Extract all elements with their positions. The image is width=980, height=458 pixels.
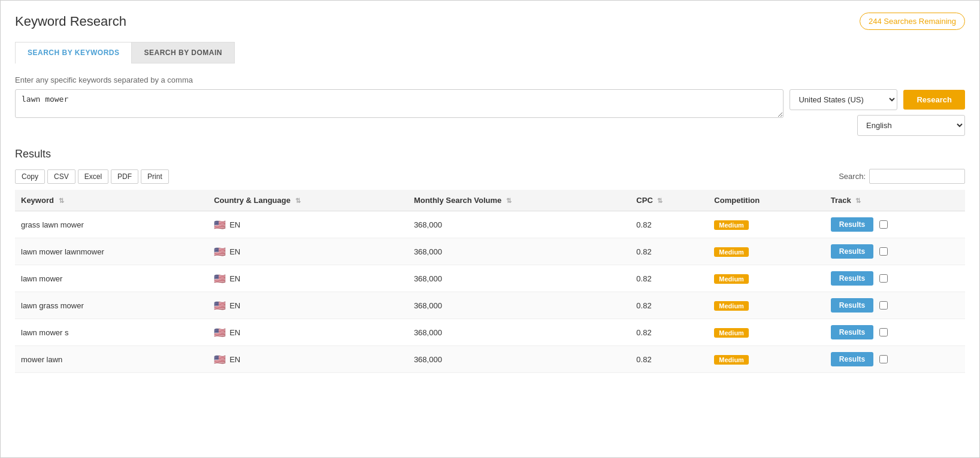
tabs-container: SEARCH BY KEYWORDS SEARCH BY DOMAIN — [15, 42, 965, 63]
flag-icon: 🇺🇸 — [214, 219, 226, 230]
table-row: lawn mower 🇺🇸 EN 368,000 0.82 Medium Res… — [15, 265, 965, 292]
sort-volume-icon[interactable]: ⇅ — [506, 197, 512, 205]
results-toolbar: Copy CSV Excel PDF Print Search: — [15, 169, 965, 184]
cell-cpc: 0.82 — [630, 211, 708, 238]
cell-competition: Medium — [708, 211, 824, 238]
sort-keyword-icon[interactable]: ⇅ — [59, 197, 64, 205]
page-wrapper: Keyword Research 244 Searches Remaining … — [0, 0, 980, 458]
cell-track: Results — [825, 319, 965, 346]
table-row: grass lawn mower 🇺🇸 EN 368,000 0.82 Medi… — [15, 211, 965, 238]
cell-volume: 368,000 — [408, 319, 630, 346]
table-search-area: Search: — [839, 169, 965, 184]
col-keyword: Keyword ⇅ — [15, 190, 208, 211]
cell-country-lang: 🇺🇸 EN — [208, 319, 408, 346]
cell-cpc: 0.82 — [630, 265, 708, 292]
competition-badge: Medium — [714, 220, 749, 230]
cell-track: Results — [825, 346, 965, 373]
toolbar-buttons: Copy CSV Excel PDF Print — [15, 169, 169, 184]
col-monthly-volume: Monthly Search Volume ⇅ — [408, 190, 630, 211]
results-button[interactable]: Results — [831, 244, 873, 259]
cell-keyword: lawn grass mower — [15, 292, 208, 319]
search-label: Search: — [839, 172, 866, 181]
keyword-textarea[interactable] — [15, 89, 784, 118]
copy-button[interactable]: Copy — [15, 169, 45, 184]
page-title: Keyword Research — [15, 14, 126, 29]
cell-volume: 368,000 — [408, 292, 630, 319]
sort-track-icon[interactable]: ⇅ — [855, 197, 861, 205]
cell-cpc: 0.82 — [630, 346, 708, 373]
track-checkbox[interactable] — [879, 355, 888, 363]
cell-volume: 368,000 — [408, 265, 630, 292]
flag-icon: 🇺🇸 — [214, 246, 226, 257]
csv-button[interactable]: CSV — [47, 169, 75, 184]
header: Keyword Research 244 Searches Remaining — [15, 13, 965, 30]
lang-code: EN — [229, 247, 240, 256]
col-country-language: Country & Language ⇅ — [208, 190, 408, 211]
results-title: Results — [15, 148, 965, 160]
cell-keyword: mower lawn — [15, 346, 208, 373]
table-row: lawn mower s 🇺🇸 EN 368,000 0.82 Medium R… — [15, 319, 965, 346]
research-button[interactable]: Research — [903, 90, 965, 110]
cell-keyword: grass lawn mower — [15, 211, 208, 238]
table-row: mower lawn 🇺🇸 EN 368,000 0.82 Medium Res… — [15, 346, 965, 373]
print-button[interactable]: Print — [141, 169, 169, 184]
results-button[interactable]: Results — [831, 352, 873, 366]
results-button[interactable]: Results — [831, 217, 873, 232]
lang-code: EN — [229, 220, 240, 229]
table-search-input[interactable] — [869, 169, 965, 184]
track-checkbox[interactable] — [879, 301, 888, 310]
lang-code: EN — [229, 301, 240, 310]
competition-badge: Medium — [714, 328, 749, 338]
tab-search-by-keywords[interactable]: SEARCH BY KEYWORDS — [15, 42, 131, 63]
cell-competition: Medium — [708, 346, 824, 373]
results-button[interactable]: Results — [831, 325, 873, 339]
excel-button[interactable]: Excel — [78, 169, 108, 184]
table-row: lawn mower lawnmower 🇺🇸 EN 368,000 0.82 … — [15, 238, 965, 265]
cell-keyword: lawn mower lawnmower — [15, 238, 208, 265]
competition-badge: Medium — [714, 355, 749, 365]
competition-badge: Medium — [714, 247, 749, 257]
competition-badge: Medium — [714, 274, 749, 284]
flag-icon: 🇺🇸 — [214, 273, 226, 284]
pdf-button[interactable]: PDF — [111, 169, 138, 184]
cell-competition: Medium — [708, 265, 824, 292]
results-table: Keyword ⇅ Country & Language ⇅ Monthly S… — [15, 190, 965, 373]
cell-country-lang: 🇺🇸 EN — [208, 346, 408, 373]
lang-code: EN — [229, 274, 240, 283]
track-checkbox[interactable] — [879, 220, 888, 229]
search-row: United States (US) United Kingdom (UK) C… — [15, 89, 965, 136]
table-row: lawn grass mower 🇺🇸 EN 368,000 0.82 Medi… — [15, 292, 965, 319]
track-checkbox[interactable] — [879, 328, 888, 336]
selects-column: United States (US) United Kingdom (UK) C… — [790, 89, 965, 136]
cell-country-lang: 🇺🇸 EN — [208, 265, 408, 292]
cell-volume: 368,000 — [408, 346, 630, 373]
cell-keyword: lawn mower s — [15, 319, 208, 346]
cell-keyword: lawn mower — [15, 265, 208, 292]
track-checkbox[interactable] — [879, 247, 888, 256]
lang-code: EN — [229, 328, 240, 337]
cell-competition: Medium — [708, 238, 824, 265]
competition-badge: Medium — [714, 301, 749, 311]
cell-country-lang: 🇺🇸 EN — [208, 211, 408, 238]
track-checkbox[interactable] — [879, 274, 888, 283]
cell-competition: Medium — [708, 292, 824, 319]
country-select[interactable]: United States (US) United Kingdom (UK) C… — [790, 89, 897, 110]
language-select[interactable]: English Spanish French German — [857, 115, 965, 136]
sort-cpc-icon[interactable]: ⇅ — [657, 197, 663, 205]
cell-track: Results — [825, 265, 965, 292]
flag-icon: 🇺🇸 — [214, 354, 226, 365]
results-button[interactable]: Results — [831, 298, 873, 313]
cell-track: Results — [825, 238, 965, 265]
cell-track: Results — [825, 292, 965, 319]
searches-remaining-badge: 244 Searches Remaining — [860, 13, 965, 30]
flag-icon: 🇺🇸 — [214, 327, 226, 338]
cell-volume: 368,000 — [408, 238, 630, 265]
table-header-row: Keyword ⇅ Country & Language ⇅ Monthly S… — [15, 190, 965, 211]
tab-search-by-domain[interactable]: SEARCH BY DOMAIN — [131, 42, 234, 63]
lang-code: EN — [229, 355, 240, 364]
cell-cpc: 0.82 — [630, 319, 708, 346]
col-track: Track ⇅ — [825, 190, 965, 211]
results-button[interactable]: Results — [831, 271, 873, 286]
sort-country-icon[interactable]: ⇅ — [295, 197, 301, 205]
results-section: Results Copy CSV Excel PDF Print Search:… — [15, 148, 965, 373]
